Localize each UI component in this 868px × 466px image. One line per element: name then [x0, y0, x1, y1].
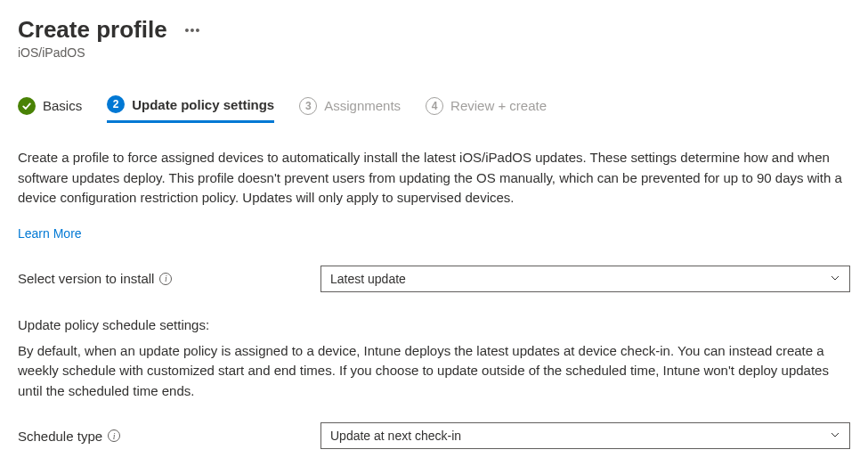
step-number-badge: 3 [299, 97, 317, 115]
form-row-schedule-type: Schedule type i Update at next check-in [18, 422, 850, 449]
step-label: Update policy settings [132, 97, 274, 112]
page-title: Create profile [18, 16, 167, 44]
step-basics[interactable]: Basics [18, 97, 82, 122]
step-label: Review + create [450, 98, 547, 113]
chevron-down-icon [830, 272, 840, 286]
step-number-badge: 2 [107, 95, 125, 113]
step-label: Assignments [324, 98, 401, 113]
step-number-badge: 4 [426, 97, 443, 115]
info-icon[interactable]: i [108, 429, 120, 442]
schedule-type-select-value: Update at next check-in [330, 429, 461, 443]
chevron-down-icon [830, 429, 840, 443]
form-row-version: Select version to install i Latest updat… [18, 266, 850, 292]
schedule-type-select[interactable]: Update at next check-in [320, 422, 850, 449]
description-text: Create a profile to force assigned devic… [18, 148, 850, 208]
step-review-create[interactable]: 4 Review + create [426, 97, 547, 122]
page-subtitle: iOS/iPadOS [18, 45, 850, 60]
step-assignments[interactable]: 3 Assignments [299, 97, 401, 122]
version-select[interactable]: Latest update [320, 266, 850, 292]
version-select-value: Latest update [330, 272, 406, 286]
check-icon [18, 97, 36, 115]
info-icon[interactable]: i [159, 273, 172, 285]
schedule-description: By default, when an update policy is ass… [18, 341, 850, 402]
schedule-type-label: Schedule type [18, 429, 102, 444]
schedule-heading: Update policy schedule settings: [18, 317, 850, 332]
step-update-policy-settings[interactable]: 2 Update policy settings [107, 95, 274, 123]
more-icon[interactable]: ••• [182, 23, 205, 37]
version-label: Select version to install [18, 271, 154, 286]
wizard-steps: Basics 2 Update policy settings 3 Assign… [18, 95, 850, 123]
learn-more-link[interactable]: Learn More [18, 226, 82, 241]
step-label: Basics [43, 98, 82, 113]
